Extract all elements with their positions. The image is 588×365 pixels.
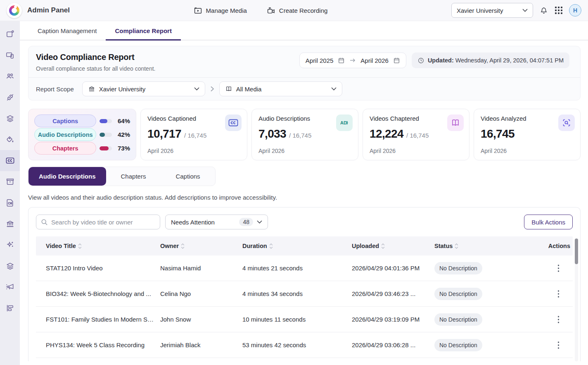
sort-arrows-icon[interactable]	[381, 243, 385, 249]
table-row: FST101: Family Studies In Modern So...Jo…	[36, 307, 573, 332]
cell-duration: 53 minutes 42 seconds	[242, 341, 352, 348]
chevron-right-separator-icon	[210, 86, 215, 92]
cc-badge-icon	[225, 115, 242, 131]
sidebar-item-institution[interactable]	[0, 213, 20, 234]
row-actions-menu-button[interactable]	[557, 341, 573, 349]
plug-icon	[5, 93, 15, 102]
sidebar-item-dashboard-frame[interactable]	[0, 24, 20, 45]
row-actions-menu-button[interactable]	[557, 264, 573, 272]
users-icon	[5, 72, 15, 81]
tab-caption-management[interactable]: Caption Management	[28, 22, 106, 41]
tab-bar: Caption Management Compliance Report	[20, 21, 588, 41]
cell-owner: Nasima Hamid	[160, 265, 242, 272]
subtab-chapters[interactable]: Chapters	[106, 167, 161, 186]
sidebar-item-layout-rows[interactable]	[0, 298, 20, 319]
cell-owner: John Snow	[160, 316, 242, 323]
column-label: Duration	[242, 243, 267, 249]
manage-media-button[interactable]: Manage Media	[194, 6, 247, 15]
date-from-value[interactable]: April 2025	[306, 57, 334, 64]
search-input[interactable]	[51, 219, 155, 226]
cell-duration: 4 minutes 21 seconds	[242, 265, 352, 272]
app-logo	[7, 3, 22, 18]
top-bar: Admin Panel Manage Media Create Recordin…	[0, 0, 588, 21]
subtab-audio-descriptions[interactable]: Audio Descriptions	[28, 167, 106, 186]
sort-arrows-icon[interactable]	[455, 243, 458, 249]
apps-grid-icon[interactable]	[555, 6, 563, 14]
column-header-video-title[interactable]: Video Title	[36, 243, 160, 249]
search-icon	[41, 219, 48, 226]
status-badge: No Description	[434, 339, 482, 351]
captions-legend-pill[interactable]: Captions	[34, 115, 96, 127]
chevron-down-icon	[257, 220, 262, 224]
stat-total: / 16,745	[289, 132, 311, 139]
sort-arrows-icon[interactable]	[78, 243, 82, 249]
calendar-icon[interactable]	[393, 57, 400, 64]
cell-status: No Description	[434, 288, 529, 300]
sidebar-item-devices[interactable]	[0, 45, 20, 66]
bulk-actions-button[interactable]: Bulk Actions	[524, 215, 573, 229]
date-range-picker[interactable]: April 2025 April 2026	[299, 52, 406, 68]
clock-icon	[417, 57, 424, 64]
section-description: View all videos and their audio descript…	[28, 194, 581, 201]
updated-value: Wednesday, April 29, 2026, 04:07:51 PM	[455, 57, 564, 64]
sidebar-item-layers[interactable]	[0, 108, 20, 129]
chevron-down-icon	[194, 87, 199, 91]
sidebar-item-users[interactable]	[0, 66, 20, 87]
sidebar-item-tag-drop[interactable]	[0, 129, 20, 150]
arrow-right-icon	[349, 57, 356, 63]
column-header-owner[interactable]: Owner	[160, 243, 242, 249]
filter-value: Needs Attention	[171, 219, 215, 226]
chevron-down-icon	[331, 87, 337, 91]
row-actions-menu-button[interactable]	[557, 290, 573, 298]
row-actions-menu-button[interactable]	[557, 315, 573, 324]
column-label: Owner	[160, 243, 179, 249]
create-recording-button[interactable]: Create Recording	[267, 6, 328, 15]
column-header-duration[interactable]: Duration	[242, 243, 352, 249]
search-box[interactable]	[36, 215, 160, 229]
sidebar-item-video-file[interactable]	[0, 192, 20, 213]
column-label: Actions	[548, 243, 570, 249]
chapters-legend-pill[interactable]: Chapters	[34, 142, 96, 155]
calendar-icon[interactable]	[338, 57, 345, 64]
sidebar-item-captions-cc[interactable]	[0, 150, 20, 171]
table-scrollbar-thumb[interactable]	[575, 239, 578, 264]
stat-card-videos-analyzed: Videos Analyzed 16,745 April 2026	[474, 109, 581, 160]
audio-descriptions-legend-pill[interactable]: Audio Descriptions	[34, 128, 96, 141]
status-filter-select[interactable]: Needs Attention 48	[165, 215, 268, 229]
legend-row-chapters: Chapters 73%	[34, 142, 130, 155]
sort-arrows-icon[interactable]	[269, 243, 273, 249]
column-header-uploaded[interactable]: Uploaded	[352, 243, 434, 249]
date-to-value[interactable]: April 2026	[360, 57, 389, 64]
subtab-captions[interactable]: Captions	[161, 167, 215, 186]
cell-video-title: PHYS134: Week 5 Class Recording	[36, 341, 160, 348]
cell-owner: Jerimiah Black	[160, 341, 242, 348]
column-label: Uploaded	[352, 243, 379, 249]
sidebar-item-archive-box[interactable]	[0, 171, 20, 192]
sidebar-item-ai-sparkles[interactable]	[0, 234, 20, 255]
legend-row-audio-descriptions: Audio Descriptions 42%	[34, 128, 130, 141]
create-recording-label: Create Recording	[279, 7, 328, 14]
sidebar-item-megaphone[interactable]	[0, 277, 20, 298]
user-avatar[interactable]: H	[569, 4, 581, 17]
stat-card-videos-chaptered: Videos Chaptered 12,224 / 16,745 April 2…	[363, 109, 469, 160]
megaphone-icon	[5, 282, 15, 292]
captions-cc-icon	[5, 156, 15, 165]
cell-video-title: STAT120 Intro Video	[36, 265, 160, 272]
sort-arrows-icon[interactable]	[181, 243, 185, 249]
open-book-icon	[447, 115, 464, 131]
sidebar-item-plug[interactable]	[0, 87, 20, 108]
status-badge: No Description	[434, 313, 482, 326]
tab-compliance-report[interactable]: Compliance Report	[106, 22, 181, 41]
table-toolbar: Needs Attention 48 Bulk Actions	[36, 215, 573, 229]
org-select[interactable]: Xavier University	[451, 3, 533, 18]
audio-description-icon: AD	[336, 115, 353, 131]
cell-duration: 4 minutes 34 seconds	[242, 290, 352, 297]
stat-card-videos-captioned: Videos Captioned 10,717 / 16,745 April 2…	[140, 109, 247, 160]
bell-icon[interactable]	[539, 6, 548, 15]
layout-rows-icon	[5, 303, 15, 313]
scope-org-select[interactable]: Xavier University	[82, 81, 205, 96]
scope-media-select[interactable]: All Media	[219, 81, 342, 96]
column-header-status[interactable]: Status	[434, 243, 529, 249]
table-scrollbar[interactable]	[575, 239, 578, 361]
sidebar-item-stack[interactable]	[0, 255, 20, 277]
